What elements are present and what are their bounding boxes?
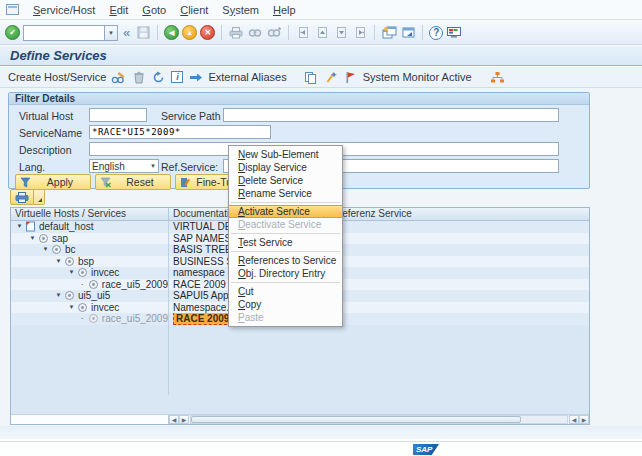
standard-toolbar: ✓ ▼ « ◀ ▲ ✕ bbox=[0, 21, 642, 45]
menu-item-copy[interactable]: Copy bbox=[229, 298, 342, 311]
language-dropdown[interactable]: English ▼ bbox=[89, 159, 159, 173]
menu-item-obj-directory-entry[interactable]: Obj. Directory Entry bbox=[229, 267, 342, 280]
table-scrollbar-row: ◀ ▶ ◀ ▶ bbox=[11, 414, 589, 424]
expander-icon[interactable]: ▼ bbox=[54, 256, 63, 268]
service-path-input[interactable] bbox=[223, 108, 559, 122]
menu-item-delete-service[interactable]: Delete Service bbox=[229, 174, 342, 187]
save-icon[interactable] bbox=[135, 25, 151, 41]
expander-icon[interactable]: ▼ bbox=[28, 233, 37, 245]
copy-icon[interactable] bbox=[303, 70, 318, 85]
refresh-icon[interactable] bbox=[151, 70, 166, 85]
print-icon[interactable] bbox=[228, 25, 244, 41]
expander-icon[interactable]: ▼ bbox=[67, 267, 76, 279]
ref-service-label: Ref.Service: bbox=[161, 161, 218, 173]
service-icon bbox=[51, 244, 62, 255]
footer-divider bbox=[0, 441, 642, 442]
apply-button[interactable]: Apply bbox=[15, 174, 91, 190]
command-dropdown-icon[interactable]: ▼ bbox=[105, 25, 118, 41]
print-button[interactable] bbox=[10, 189, 34, 205]
virtual-host-label: Virtual Host bbox=[19, 110, 73, 122]
scroll-left-icon[interactable]: ◀ bbox=[569, 415, 579, 424]
context-menu: New Sub-Element Display Service Delete S… bbox=[228, 145, 343, 327]
menu-system[interactable]: System bbox=[222, 4, 259, 16]
expander-icon[interactable]: ▼ bbox=[67, 302, 76, 314]
system-monitor-active-label: System Monitor Active bbox=[363, 71, 472, 83]
menu-item-cut[interactable]: Cut bbox=[229, 285, 342, 298]
language-label: Lang. bbox=[19, 161, 45, 173]
language-dropdown-icon[interactable]: ▼ bbox=[150, 163, 156, 169]
column-header-hosts-services[interactable]: Virtuelle Hosts / Services bbox=[11, 208, 169, 220]
last-page-icon[interactable] bbox=[352, 25, 368, 41]
horizontal-scrollbar[interactable] bbox=[190, 415, 568, 424]
scroll-left-icon[interactable]: ◀ bbox=[169, 415, 179, 424]
service-icon bbox=[64, 290, 75, 301]
language-value: English bbox=[92, 161, 125, 172]
scroll-right-icon[interactable]: ▶ bbox=[179, 415, 189, 424]
menu-bar: Service/Host Edit Goto Client System Hel… bbox=[0, 0, 642, 20]
expander-icon[interactable]: ▼ bbox=[54, 290, 63, 302]
next-page-icon[interactable] bbox=[333, 25, 349, 41]
menu-edit[interactable]: Edit bbox=[109, 4, 128, 16]
title-bar: Define Services bbox=[0, 46, 642, 66]
menu-goto[interactable]: Goto bbox=[142, 4, 166, 16]
host-icon bbox=[25, 221, 36, 232]
first-page-icon[interactable] bbox=[295, 25, 311, 41]
command-field[interactable] bbox=[23, 25, 105, 41]
menu-service-host[interactable]: Service/Host bbox=[33, 4, 95, 16]
service-path-label: Service Path bbox=[161, 110, 221, 122]
back-icon[interactable]: ◀ bbox=[164, 25, 179, 40]
menu-item-rename-service[interactable]: Rename Service bbox=[229, 187, 342, 200]
menu-separator bbox=[231, 202, 340, 203]
menu-client[interactable]: Client bbox=[180, 4, 208, 16]
find-icon[interactable] bbox=[247, 25, 263, 41]
leaf-bullet-icon: · bbox=[78, 313, 87, 325]
menu-help[interactable]: Help bbox=[273, 4, 296, 16]
external-aliases-arrow-icon[interactable] bbox=[188, 70, 203, 85]
info-icon[interactable]: i bbox=[171, 71, 183, 83]
reset-button[interactable]: Reset bbox=[95, 174, 171, 190]
external-aliases-button[interactable]: External Aliases bbox=[208, 71, 286, 83]
filter-details-title: Filter Details bbox=[9, 93, 589, 105]
service-name-label: ServiceName bbox=[19, 127, 82, 139]
exit-icon[interactable]: ▲ bbox=[182, 25, 197, 40]
service-name-input[interactable] bbox=[89, 125, 271, 139]
menu-item-test-service[interactable]: Test Service bbox=[229, 236, 342, 249]
expander-icon[interactable]: ▼ bbox=[15, 221, 24, 233]
help-icon[interactable]: ? bbox=[429, 26, 443, 40]
collapse-toolbar-icon[interactable]: « bbox=[123, 25, 130, 40]
tree-pane-scroll-strip[interactable] bbox=[11, 415, 169, 424]
new-session-icon[interactable] bbox=[381, 25, 397, 41]
menu-item-references-to-service[interactable]: References to Service bbox=[229, 254, 342, 267]
menu-separator bbox=[231, 233, 340, 234]
enter-icon[interactable]: ✓ bbox=[5, 25, 20, 40]
layout-menu-icon[interactable] bbox=[446, 25, 462, 41]
menu-separator bbox=[231, 251, 340, 252]
scrollbar-thumb[interactable] bbox=[191, 416, 521, 423]
menu-item-activate-service[interactable]: Activate Service bbox=[229, 205, 342, 218]
column-header-reference-service[interactable]: Referenz Service bbox=[331, 208, 589, 220]
hierarchy-icon[interactable] bbox=[490, 70, 505, 85]
menu-item-display-service[interactable]: Display Service bbox=[229, 161, 342, 174]
menu-item-deactivate-service: Deactivate Service bbox=[229, 218, 342, 231]
create-host-service-button[interactable]: Create Host/Service bbox=[8, 71, 106, 83]
page-title: Define Services bbox=[10, 48, 107, 63]
find-next-icon[interactable] bbox=[266, 25, 282, 41]
previous-page-icon[interactable] bbox=[314, 25, 330, 41]
menu-item-new-sub-element[interactable]: New Sub-Element bbox=[229, 148, 342, 161]
service-icon bbox=[77, 267, 88, 278]
service-icon bbox=[77, 302, 88, 313]
service-icon bbox=[88, 279, 99, 290]
print-button-row bbox=[10, 189, 45, 205]
create-shortcut-icon[interactable] bbox=[400, 25, 416, 41]
delete-icon[interactable] bbox=[131, 70, 146, 85]
virtual-host-input[interactable] bbox=[89, 108, 147, 122]
print-dropdown-button[interactable] bbox=[34, 189, 45, 205]
fine-tune-wand-icon[interactable] bbox=[323, 70, 338, 85]
command-field-wrap: ▼ bbox=[23, 25, 118, 41]
scroll-right-icon[interactable]: ▶ bbox=[579, 415, 589, 424]
service-icon bbox=[64, 256, 75, 267]
display-change-icon[interactable] bbox=[111, 70, 126, 85]
expander-icon[interactable]: ▼ bbox=[41, 244, 50, 256]
cancel-icon[interactable]: ✕ bbox=[200, 25, 215, 40]
system-menu-icon[interactable] bbox=[6, 4, 19, 15]
